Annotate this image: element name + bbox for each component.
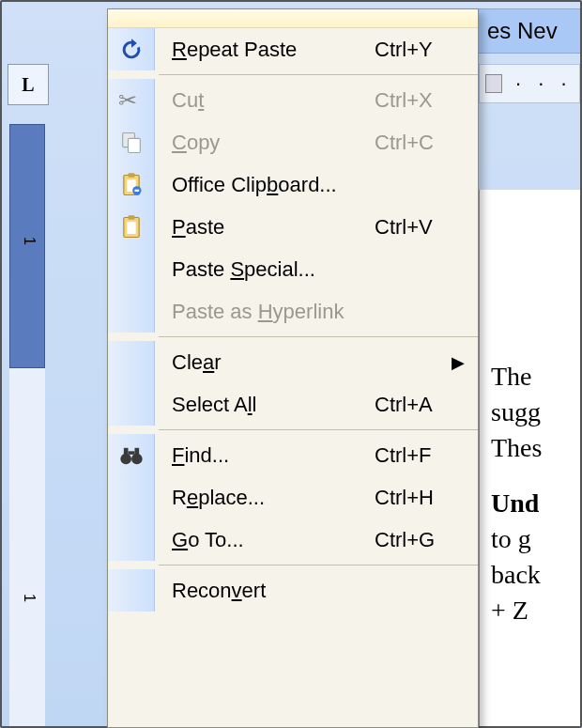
menu-icon-slot xyxy=(108,28,155,70)
clipboard-pane-icon xyxy=(118,172,145,198)
menu-item-label: Select All xyxy=(155,393,375,417)
menu-item-shortcut: Ctrl+F xyxy=(375,443,478,468)
binoculars-icon xyxy=(118,442,145,469)
svg-rect-12 xyxy=(123,447,128,455)
menu-item-shortcut: Ctrl+Y xyxy=(375,38,478,62)
menu-icon-slot xyxy=(108,434,155,476)
menu-icon-slot xyxy=(108,383,155,426)
menu-item-cut: ✂CutCtrl+X xyxy=(108,79,478,121)
menu-item-goto[interactable]: Go To...Ctrl+G xyxy=(108,519,478,561)
svg-rect-8 xyxy=(128,215,134,220)
menu-item-label: Cut xyxy=(155,88,375,113)
document-page[interactable]: The sugg Thes Und to g back + Z xyxy=(479,190,580,726)
menu-item-label: Paste Special... xyxy=(155,257,478,282)
menu-item-repeat[interactable]: Repeat PasteCtrl+Y xyxy=(108,28,478,70)
menu-separator xyxy=(159,74,478,75)
svg-rect-1 xyxy=(128,138,140,152)
svg-rect-13 xyxy=(134,447,139,455)
menu-item-label: Go To... xyxy=(155,528,375,552)
menu-item-shortcut: Ctrl+X xyxy=(375,88,478,113)
paste-icon xyxy=(118,214,145,240)
menu-separator xyxy=(159,429,478,430)
horizontal-ruler[interactable]: · · · xyxy=(479,64,580,103)
menu-item-shortcut: Ctrl+C xyxy=(375,131,478,155)
menu-icon-slot xyxy=(108,121,155,163)
ruler-origin-marker[interactable]: L xyxy=(8,64,49,105)
menu-item-copy: CopyCtrl+C xyxy=(108,121,478,163)
menu-icon-slot xyxy=(108,206,155,248)
menu-item-shortcut: Ctrl+G xyxy=(375,528,478,552)
menu-item-office-clip[interactable]: Office Clipboard... xyxy=(108,163,478,206)
font-name-fragment: es Nev xyxy=(487,18,558,44)
menu-icon-slot xyxy=(108,569,155,612)
doc-text-line: to g xyxy=(491,521,580,557)
doc-text-line: + Z xyxy=(491,593,580,628)
doc-text-line: Thes xyxy=(491,430,580,466)
font-selector-fragment[interactable]: es Nev xyxy=(477,8,580,54)
doc-text-line: The xyxy=(491,359,580,395)
vertical-ruler[interactable]: 1 1 xyxy=(9,124,45,726)
menu-item-shortcut: Ctrl+H xyxy=(375,486,478,510)
menu-icon-slot xyxy=(108,519,155,561)
menu-item-paste-hyper: Paste as Hyperlink xyxy=(108,290,478,333)
svg-rect-6 xyxy=(134,189,139,191)
scissors-icon: ✂ xyxy=(118,87,145,114)
menu-icon-slot xyxy=(108,341,155,383)
menu-icon-slot xyxy=(108,290,155,333)
menu-icon-slot: ✂ xyxy=(108,79,155,121)
undo-repeat-icon xyxy=(118,37,145,63)
menu-item-label: Find... xyxy=(155,443,375,468)
menu-separator xyxy=(159,565,478,565)
menu-item-find[interactable]: Find...Ctrl+F xyxy=(108,434,478,476)
submenu-arrow-icon: ▶ xyxy=(452,352,465,373)
menu-item-label: Clear xyxy=(155,350,478,375)
indent-marker-icon[interactable] xyxy=(485,74,502,93)
menu-icon-slot xyxy=(108,476,155,519)
menu-item-label: Paste xyxy=(155,215,375,240)
doc-text-line: Und xyxy=(491,486,580,521)
menu-item-label: Copy xyxy=(155,131,375,155)
menu-icon-slot xyxy=(108,248,155,290)
menu-item-label: Office Clipboard... xyxy=(155,173,478,197)
menu-item-replace[interactable]: Replace...Ctrl+H xyxy=(108,476,478,519)
svg-rect-14 xyxy=(128,451,134,455)
ruler-ticks: · · · xyxy=(515,71,573,96)
menu-item-reconvert[interactable]: Reconvert xyxy=(108,569,478,612)
menu-item-label: Repeat Paste xyxy=(155,38,375,62)
menu-item-select-all[interactable]: Select AllCtrl+A xyxy=(108,383,478,426)
menu-item-paste[interactable]: PasteCtrl+V xyxy=(108,206,478,248)
app-window: es Nev L · · · 1 1 The sugg Thes Und to … xyxy=(0,0,582,728)
doc-text-line: sugg xyxy=(491,395,580,430)
menu-highlight-strip xyxy=(108,9,478,28)
copy-icon xyxy=(118,130,145,156)
menu-icon-slot xyxy=(108,163,155,206)
menu-item-clear[interactable]: Clear▶ xyxy=(108,341,478,383)
menu-item-label: Reconvert xyxy=(155,579,478,603)
menu-item-shortcut: Ctrl+A xyxy=(375,393,478,417)
ruler-margin-region xyxy=(9,124,45,368)
edit-menu: Repeat PasteCtrl+Y✂CutCtrl+XCopyCtrl+COf… xyxy=(107,8,479,728)
menu-separator xyxy=(159,336,478,337)
doc-text-line: back xyxy=(491,557,580,593)
ruler-marker-label: L xyxy=(22,74,34,96)
svg-rect-3 xyxy=(128,173,134,178)
menu-item-shortcut: Ctrl+V xyxy=(375,215,478,240)
menu-item-label: Paste as Hyperlink xyxy=(155,300,478,324)
svg-rect-9 xyxy=(127,222,135,234)
menu-item-label: Replace... xyxy=(155,486,375,510)
menu-item-paste-special[interactable]: Paste Special... xyxy=(108,248,478,290)
